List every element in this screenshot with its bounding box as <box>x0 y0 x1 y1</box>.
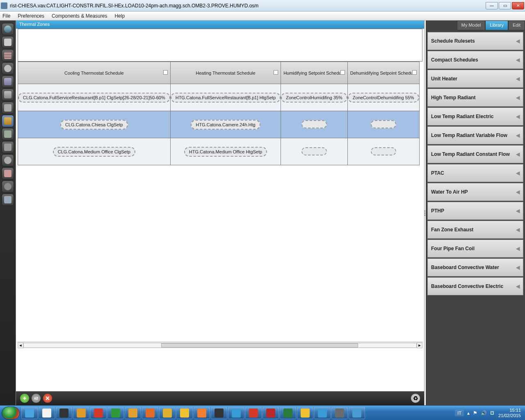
taskbar-app[interactable] <box>262 407 279 419</box>
taskbar-app[interactable] <box>56 407 72 419</box>
col-cooling[interactable]: Cooling Thermostat Schedule <box>18 62 171 84</box>
schedule-pill[interactable] <box>371 120 396 128</box>
library-item[interactable]: Fan Zone Exhaust◀ <box>427 221 523 239</box>
grid-cell[interactable]: CLG.Catona.Chiesa ClgSetp <box>18 111 171 138</box>
horizontal-scrollbar[interactable]: ◄ ► <box>18 342 422 348</box>
tool-results-2[interactable] <box>2 194 14 206</box>
flag-icon[interactable]: ⚑ <box>473 410 477 416</box>
taskbar-app[interactable] <box>211 407 227 419</box>
schedule-pill[interactable] <box>301 147 327 155</box>
menu-help[interactable]: Help <box>114 13 125 19</box>
schedule-pill[interactable]: CLG.Catona.Medium Office ClgSetp <box>53 147 135 157</box>
schedule-pill[interactable] <box>301 120 327 128</box>
taskbar-app[interactable] <box>228 407 244 419</box>
tool-geometry[interactable] <box>2 89 14 101</box>
network-icon[interactable]: ⛋ <box>490 410 495 416</box>
col-dehumid-check[interactable] <box>412 70 417 75</box>
library-item[interactable]: High Temp Radiant◀ <box>427 89 523 107</box>
schedule-pill[interactable]: CLG.Catona.FullServiceRestaurant[B.p1] C… <box>18 93 170 103</box>
library-item[interactable]: Low Temp Radiant Variable Flow◀ <box>427 126 523 144</box>
library-item[interactable]: Unit Heater◀ <box>427 70 523 88</box>
taskbar-app[interactable] <box>159 407 176 419</box>
taskbar-app[interactable] <box>176 407 193 419</box>
scroll-right[interactable]: ► <box>417 342 422 348</box>
table-row[interactable]: CLG.Catona.FullServiceRestaurant[B.p1] C… <box>18 84 420 111</box>
grid-cell[interactable]: ZoneControlHumidifing 35% <box>281 84 348 111</box>
taskbar-app[interactable] <box>194 407 210 419</box>
library-item[interactable]: Compact Schedules◀ <box>427 51 523 69</box>
taskbar-app[interactable] <box>107 407 124 419</box>
start-button[interactable] <box>2 406 20 420</box>
tray-up-icon[interactable]: ▴ <box>467 410 470 416</box>
scroll-thumb[interactable] <box>161 343 358 347</box>
maximize-button[interactable]: ▭ <box>499 2 511 9</box>
tool-run[interactable] <box>2 167 14 180</box>
grid-cell[interactable]: CLG.Catona.FullServiceRestaurant[B.p1] C… <box>18 84 171 111</box>
duplicate-button[interactable]: x2 <box>32 394 41 403</box>
library-item[interactable]: Schedule Rulesets◀ <box>427 32 523 50</box>
schedule-pill[interactable]: HTG.Catona.Camere.24h.Htg <box>191 120 260 130</box>
tool-constructions[interactable] <box>2 49 14 62</box>
add-button[interactable]: + <box>20 394 29 403</box>
tool-thermal-zones[interactable] <box>2 115 14 127</box>
tool-variables[interactable] <box>2 141 14 153</box>
library-item[interactable]: Low Temp Radiant Constant Flow◀ <box>427 145 523 163</box>
grid-cell[interactable]: HTG.Catona.Medium Office HtgSetp <box>170 138 281 165</box>
taskbar-app[interactable] <box>90 407 107 419</box>
library-item[interactable]: Baseboard Convective Water◀ <box>427 258 523 276</box>
tool-loads[interactable] <box>2 62 14 75</box>
menu-preferences[interactable]: Preferences <box>18 13 44 19</box>
scroll-left[interactable]: ◄ <box>18 342 23 348</box>
tray-clock[interactable]: 15:11 21/02/2015 <box>498 408 521 418</box>
col-humid-check[interactable] <box>340 70 345 75</box>
library-item[interactable]: PTAC◀ <box>427 164 523 182</box>
col-humid[interactable]: Humidifying Setpoint Schedule <box>281 62 348 84</box>
taskbar-app[interactable] <box>314 407 331 419</box>
taskbar-app[interactable] <box>73 407 89 419</box>
col-heating[interactable]: Heating Thermostat Schedule <box>170 62 281 84</box>
grid-cell[interactable] <box>347 111 419 138</box>
library-item[interactable]: Four Pipe Fan Coil◀ <box>427 240 523 258</box>
taskbar-app[interactable] <box>21 407 38 419</box>
schedule-pill[interactable]: CLG.Catona.Chiesa ClgSetp <box>60 120 128 130</box>
schedule-pill[interactable]: HTG.Catona.Medium Office HtgSetp <box>184 147 267 157</box>
minimize-button[interactable]: — <box>486 2 498 9</box>
delete-button[interactable]: ✕ <box>43 394 52 403</box>
schedule-pill[interactable] <box>371 147 396 155</box>
taskbar-app[interactable] <box>39 407 55 419</box>
menu-file[interactable]: File <box>2 13 10 19</box>
grid-cell[interactable]: HTG.Catona.FullServiceRestaurant[B.p1] H… <box>170 84 281 111</box>
tool-scripts[interactable] <box>2 154 14 167</box>
taskbar-app[interactable] <box>245 407 262 419</box>
taskbar-app[interactable] <box>142 407 158 419</box>
tool-results-1[interactable] <box>2 180 14 193</box>
speaker-icon[interactable]: 🔊 <box>481 410 487 416</box>
schedule-pill[interactable]: ZoneControlHumidifing 35% <box>281 93 347 103</box>
close-button[interactable]: ✕ <box>512 2 524 9</box>
library-item[interactable]: Low Temp Radiant Electric◀ <box>427 107 523 126</box>
library-item[interactable]: Baseboard Convective Electric◀ <box>427 277 523 295</box>
tray-language[interactable]: IT <box>455 410 464 416</box>
tool-spacetypes[interactable] <box>2 75 14 88</box>
tool-schedules[interactable] <box>2 36 14 48</box>
col-cooling-check[interactable] <box>163 70 168 75</box>
schedule-pill[interactable]: ZoneControlDehumidifing 55% <box>348 93 419 103</box>
recycle-button[interactable]: ♻ <box>411 394 420 403</box>
library-item[interactable]: PTHP◀ <box>427 202 523 220</box>
taskbar-app[interactable] <box>297 407 313 419</box>
grid-cell[interactable]: ZoneControlDehumidifing 55% <box>347 84 419 111</box>
taskbar-app[interactable] <box>331 407 348 419</box>
grid-cell[interactable] <box>281 111 348 138</box>
grid-cell[interactable]: CLG.Catona.Medium Office ClgSetp <box>18 138 171 165</box>
grid-cell[interactable]: HTG.Catona.Camere.24h.Htg <box>170 111 281 138</box>
tab-edit[interactable]: Edit <box>508 21 525 30</box>
tab-my-model[interactable]: My Model <box>457 21 486 30</box>
taskbar-app[interactable] <box>349 407 365 419</box>
taskbar-app[interactable] <box>280 407 296 419</box>
panel-splitter[interactable] <box>423 21 426 405</box>
col-heating-check[interactable] <box>274 70 278 75</box>
grid-cell[interactable] <box>281 138 348 165</box>
tool-facility[interactable] <box>2 102 14 114</box>
tool-site[interactable] <box>2 23 14 35</box>
table-row[interactable]: CLG.Catona.Chiesa ClgSetpHTG.Catona.Came… <box>18 111 420 138</box>
